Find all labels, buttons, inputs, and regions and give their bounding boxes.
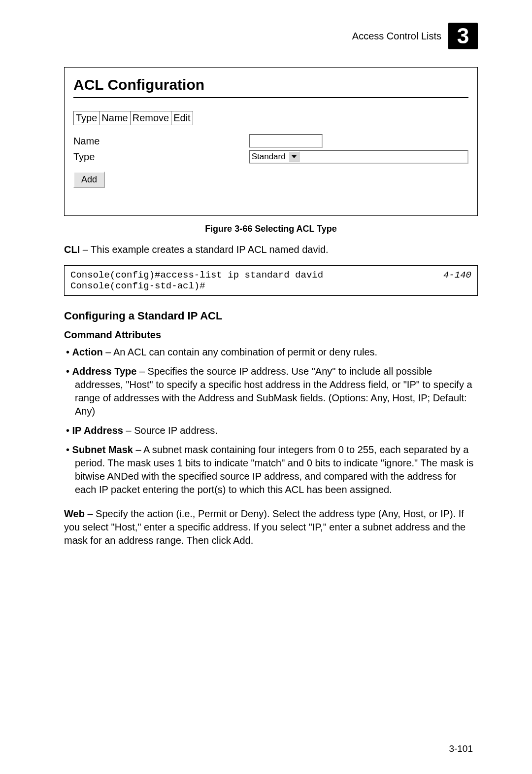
name-input[interactable] bbox=[249, 134, 323, 148]
cli-prefix: CLI bbox=[64, 244, 80, 255]
col-type: Type bbox=[74, 111, 100, 125]
type-label: Type bbox=[73, 151, 246, 163]
figure-frame: ACL Configuration Type Name Remove Edit … bbox=[64, 67, 478, 216]
panel-title: ACL Configuration bbox=[73, 76, 468, 98]
cli-intro: CLI – This example creates a standard IP… bbox=[64, 243, 478, 256]
attribute-list: Action – An ACL can contain any combinat… bbox=[64, 346, 478, 496]
figure-caption: Figure 3-66 Selecting ACL Type bbox=[64, 224, 478, 234]
chapter-number-badge: 3 bbox=[448, 23, 478, 49]
acl-form: Name Type Standard bbox=[73, 134, 468, 164]
acl-table: Type Name Remove Edit bbox=[73, 111, 193, 125]
web-paragraph: Web – Specify the action (i.e., Permit o… bbox=[64, 507, 478, 547]
web-text: – Specify the action (i.e., Permit or De… bbox=[64, 508, 466, 546]
col-remove: Remove bbox=[130, 111, 171, 125]
attr-desc: – Source IP address. bbox=[123, 425, 218, 436]
attr-desc: – A subnet mask containing four integers… bbox=[75, 444, 473, 495]
list-item: IP Address – Source IP address. bbox=[75, 424, 478, 437]
cli-ref: 4-140 bbox=[443, 270, 471, 291]
attr-term: Action bbox=[72, 347, 103, 357]
add-button[interactable]: Add bbox=[73, 172, 105, 188]
svg-marker-0 bbox=[292, 155, 297, 158]
cli-intro-text: – This example creates a standard IP ACL… bbox=[80, 244, 328, 255]
type-select[interactable]: Standard bbox=[249, 150, 468, 164]
list-item: Address Type – Specifies the source IP a… bbox=[75, 365, 478, 418]
command-attributes-title: Command Attributes bbox=[64, 329, 478, 341]
attr-term: IP Address bbox=[72, 425, 123, 436]
section-title: Configuring a Standard IP ACL bbox=[64, 310, 478, 322]
chevron-down-icon[interactable] bbox=[289, 151, 299, 162]
page-header: Access Control Lists 3 bbox=[64, 23, 478, 49]
col-edit: Edit bbox=[171, 111, 193, 125]
list-item: Subnet Mask – A subnet mask containing f… bbox=[75, 443, 478, 496]
web-prefix: Web bbox=[64, 508, 85, 519]
name-label: Name bbox=[73, 136, 246, 147]
attr-term: Address Type bbox=[72, 366, 137, 377]
page-number: 3-101 bbox=[449, 743, 473, 754]
cli-lines: Console(config)#access-list ip standard … bbox=[70, 270, 323, 291]
col-name: Name bbox=[100, 111, 130, 125]
attr-desc: – An ACL can contain any combination of … bbox=[103, 347, 377, 357]
list-item: Action – An ACL can contain any combinat… bbox=[75, 346, 478, 359]
cli-box: Console(config)#access-list ip standard … bbox=[64, 265, 478, 296]
type-select-value: Standard bbox=[250, 152, 289, 162]
header-title: Access Control Lists bbox=[352, 31, 441, 42]
attr-term: Subnet Mask bbox=[72, 444, 133, 455]
